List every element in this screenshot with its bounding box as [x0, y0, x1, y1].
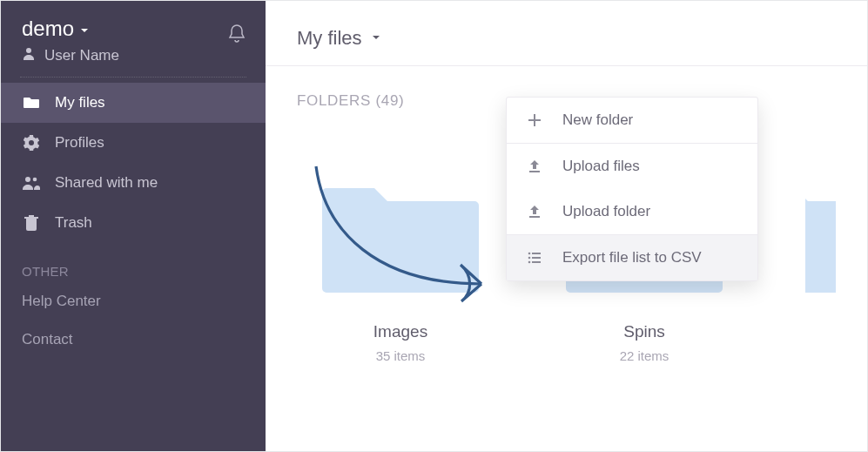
divider — [20, 77, 246, 78]
menu-item-upload-files[interactable]: Upload files — [507, 144, 757, 189]
upload-icon — [526, 205, 543, 219]
breadcrumb[interactable]: My files — [266, 1, 867, 66]
caret-down-icon — [79, 17, 90, 41]
sidebar-item-my-files[interactable]: My files — [1, 83, 266, 123]
sidebar-nav: My files Profiles Shared with me Trash — [1, 83, 266, 243]
breadcrumb-title: My files — [297, 27, 362, 50]
user-name: User Name — [44, 47, 119, 64]
sidebar-item-shared-with-me[interactable]: Shared with me — [1, 163, 266, 203]
svg-rect-7 — [529, 171, 540, 172]
svg-point-2 — [33, 178, 37, 182]
folder-name: Spins — [623, 322, 665, 341]
svg-rect-12 — [532, 257, 541, 259]
svg-rect-6 — [528, 119, 541, 121]
menu-item-upload-folder[interactable]: Upload folder — [507, 189, 757, 234]
sidebar-header: demo User Name — [1, 1, 266, 77]
workspace-switcher[interactable]: demo — [22, 17, 119, 41]
svg-rect-10 — [532, 253, 541, 254]
folder-card[interactable] — [805, 162, 836, 363]
sidebar-section-label: OTHER — [1, 243, 266, 282]
notifications-button[interactable] — [227, 24, 246, 48]
folder-icon — [318, 162, 483, 310]
people-icon — [22, 176, 41, 190]
menu-item-new-folder[interactable]: New folder — [507, 98, 757, 143]
sidebar-item-label: Profiles — [55, 134, 104, 152]
context-menu: New folder Upload files Upload folder Ex… — [506, 97, 758, 281]
svg-rect-14 — [532, 261, 541, 263]
svg-rect-3 — [29, 221, 30, 228]
sidebar-item-help-center[interactable]: Help Center — [1, 282, 266, 320]
folder-name: Images — [373, 322, 427, 341]
sidebar-item-contact[interactable]: Contact — [1, 320, 266, 359]
svg-point-0 — [26, 48, 31, 53]
svg-rect-4 — [33, 221, 35, 228]
sidebar-brand: demo User Name — [22, 17, 119, 64]
current-user[interactable]: User Name — [22, 46, 119, 64]
sidebar-item-profiles[interactable]: Profiles — [1, 123, 266, 163]
folder-icon — [805, 162, 836, 310]
workspace-name: demo — [22, 17, 74, 41]
svg-point-1 — [25, 177, 30, 182]
list-icon — [526, 251, 543, 265]
folder-items: 22 items — [620, 348, 670, 363]
sidebar-item-label: My files — [55, 94, 105, 111]
menu-item-label: Upload folder — [562, 203, 650, 220]
menu-item-label: Export file list to CSV — [562, 249, 702, 266]
svg-point-9 — [528, 253, 531, 255]
plus-icon — [526, 113, 543, 127]
menu-item-label: Upload files — [562, 158, 640, 175]
sidebar-item-label: Shared with me — [55, 174, 158, 192]
folder-items: 35 items — [376, 348, 426, 363]
upload-icon — [526, 159, 543, 173]
svg-rect-8 — [529, 216, 540, 218]
sidebar-item-label: Trash — [55, 214, 92, 232]
svg-point-13 — [528, 261, 531, 264]
svg-point-11 — [528, 257, 531, 260]
sidebar-item-trash[interactable]: Trash — [1, 203, 266, 243]
trash-icon — [22, 215, 41, 231]
folder-icon — [22, 96, 41, 110]
menu-item-label: New folder — [562, 111, 633, 129]
user-icon — [22, 46, 36, 64]
caret-down-icon — [371, 31, 381, 45]
folder-card[interactable]: Images 35 items — [318, 162, 483, 363]
gear-icon — [22, 135, 41, 151]
sidebar: demo User Name My files — [1, 1, 266, 452]
menu-item-export-csv[interactable]: Export file list to CSV — [507, 235, 757, 280]
